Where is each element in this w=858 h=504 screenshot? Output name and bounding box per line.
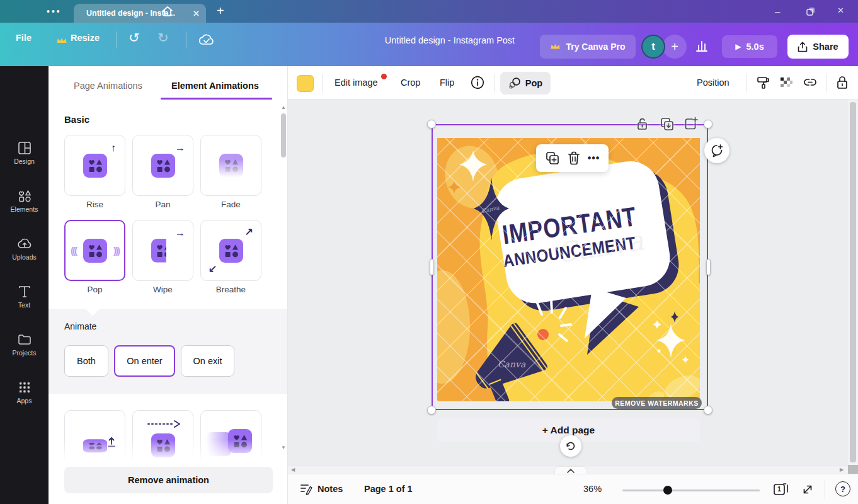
play-duration-button[interactable]: ▶ 5.0s: [722, 35, 777, 58]
sidebar-item-text[interactable]: Text: [0, 284, 49, 326]
sidebar-item-uploads[interactable]: Uploads: [0, 236, 49, 278]
more-options-icon[interactable]: •••: [588, 152, 600, 164]
redo-icon[interactable]: ↻: [157, 30, 169, 45]
status-bar: Notes Page 1 of 1 36% 1 ?: [288, 474, 858, 504]
share-button[interactable]: Share: [787, 35, 849, 59]
panel-scrollbar[interactable]: [281, 113, 286, 158]
panel-scroll-down-icon[interactable]: ▼: [281, 445, 286, 450]
animation-tile-rise[interactable]: ↑: [64, 135, 125, 196]
share-icon: [798, 42, 808, 52]
info-icon[interactable]: [470, 75, 485, 90]
pop-bubbles-icon: [508, 77, 521, 89]
copy-style-icon[interactable]: [756, 75, 771, 90]
scroll-left-icon[interactable]: ◀: [291, 467, 295, 472]
remove-watermarks-button[interactable]: REMOVE WATERMARKS: [612, 397, 702, 409]
resize-handle-nw[interactable]: [427, 120, 436, 129]
new-tab-icon[interactable]: +: [217, 4, 224, 18]
rotate-handle[interactable]: [560, 435, 581, 457]
resize-handle-se[interactable]: [704, 406, 712, 415]
chrome-menu-icon[interactable]: •••: [47, 6, 62, 16]
add-comment-button[interactable]: [704, 138, 729, 163]
avatar[interactable]: t: [641, 35, 665, 59]
animation-tile-pop[interactable]: ((( ))): [64, 220, 125, 281]
animate-option-both[interactable]: Both: [64, 345, 108, 377]
scroll-right-icon[interactable]: ▶: [840, 467, 844, 472]
sidebar-item-design[interactable]: Design: [0, 140, 49, 182]
animate-option-on-exit[interactable]: On exit: [181, 345, 234, 377]
edit-image-button[interactable]: Edit image: [335, 77, 378, 88]
window-close-icon[interactable]: ✕: [837, 6, 844, 15]
toolbar-divider: [746, 74, 747, 93]
zoom-slider-knob[interactable]: [663, 486, 672, 495]
pages-view-button[interactable]: 1: [772, 482, 789, 497]
position-button[interactable]: Position: [697, 77, 729, 88]
try-pro-label: Try Canva Pro: [566, 42, 625, 52]
animation-tile-fade[interactable]: [200, 135, 261, 196]
pop-animation-button[interactable]: Pop: [500, 72, 551, 94]
breathe-icon: [219, 239, 243, 263]
tile-label: Wipe: [132, 285, 193, 294]
try-canva-pro-button[interactable]: Try Canva Pro: [540, 35, 636, 59]
canvas-area: Canva Canva: [288, 100, 848, 465]
duplicate-page-icon[interactable]: [660, 117, 675, 132]
add-member-button[interactable]: +: [663, 35, 687, 59]
pop-waves-left-icon: (((: [71, 245, 76, 256]
crop-button[interactable]: Crop: [401, 77, 420, 88]
crown-icon: [56, 37, 67, 45]
tab-title: Untitled design - Insta...: [86, 9, 188, 18]
browser-tab[interactable]: Untitled design - Insta... ✕: [74, 4, 206, 23]
animations-panel: Page Animations Element Animations Basic…: [49, 66, 288, 504]
resize-handle-ne[interactable]: [704, 120, 712, 129]
sidebar-item-apps[interactable]: Apps: [0, 380, 49, 421]
rise-icon: [83, 154, 107, 178]
undo-icon[interactable]: ↺: [129, 30, 140, 45]
vertical-scroll-thumb[interactable]: [850, 102, 856, 462]
design-icon: [17, 140, 32, 156]
resize-handle-e[interactable]: [706, 259, 711, 275]
duplicate-icon[interactable]: [545, 151, 560, 166]
window-restore-icon[interactable]: [806, 7, 815, 16]
pan-icon: [151, 154, 175, 178]
resize-menu[interactable]: Resize: [71, 33, 100, 43]
text-icon: [17, 284, 32, 299]
insights-icon[interactable]: [694, 38, 709, 54]
arrow-right-icon: →: [175, 228, 185, 238]
cloud-save-icon: [197, 33, 216, 47]
zoom-slider-track[interactable]: [622, 490, 760, 491]
arrow-up-right-icon: ↗: [245, 227, 253, 237]
lock-icon[interactable]: [835, 74, 849, 91]
sidebar-label: Uploads: [0, 253, 49, 261]
animation-tile-breathe[interactable]: ↗ ↙: [200, 220, 261, 281]
resize-handle-w[interactable]: [430, 259, 434, 275]
file-menu[interactable]: File: [16, 33, 31, 43]
remove-animation-button[interactable]: Remove animation: [64, 467, 273, 493]
add-page-icon[interactable]: [684, 117, 699, 132]
tab-element-animations[interactable]: Element Animations: [171, 81, 259, 91]
sidebar-item-elements[interactable]: Elements: [0, 188, 49, 230]
vertical-scrollbar[interactable]: [848, 100, 858, 474]
animation-tile-wipe[interactable]: →: [132, 220, 193, 281]
resize-handle-sw[interactable]: [427, 406, 436, 415]
notes-button[interactable]: Notes: [317, 484, 343, 494]
design-page[interactable]: Canva Canva: [437, 138, 700, 401]
link-icon[interactable]: [803, 77, 818, 88]
share-label: Share: [813, 42, 838, 52]
delete-icon[interactable]: [567, 151, 581, 166]
animation-tile-pan[interactable]: →: [132, 135, 193, 196]
unlock-page-icon[interactable]: [636, 117, 649, 132]
sidebar-item-projects[interactable]: Projects: [0, 332, 49, 374]
zoom-percent[interactable]: 36%: [583, 484, 602, 494]
color-swatch[interactable]: [297, 75, 314, 92]
tab-close-icon[interactable]: ✕: [193, 9, 200, 18]
panel-scroll-up-icon[interactable]: ▲: [281, 105, 286, 110]
animate-option-on-enter[interactable]: On enter: [114, 345, 175, 377]
play-icon: ▶: [735, 42, 741, 51]
document-title[interactable]: Untitled design - Instagram Post: [377, 35, 523, 45]
window-minimize-icon[interactable]: –: [775, 6, 780, 16]
transparency-icon[interactable]: [779, 76, 794, 89]
tab-page-animations[interactable]: Page Animations: [74, 81, 142, 91]
apps-icon: [17, 380, 32, 395]
fullscreen-icon[interactable]: [801, 483, 815, 496]
help-button[interactable]: ?: [835, 481, 850, 496]
flip-button[interactable]: Flip: [440, 77, 454, 88]
